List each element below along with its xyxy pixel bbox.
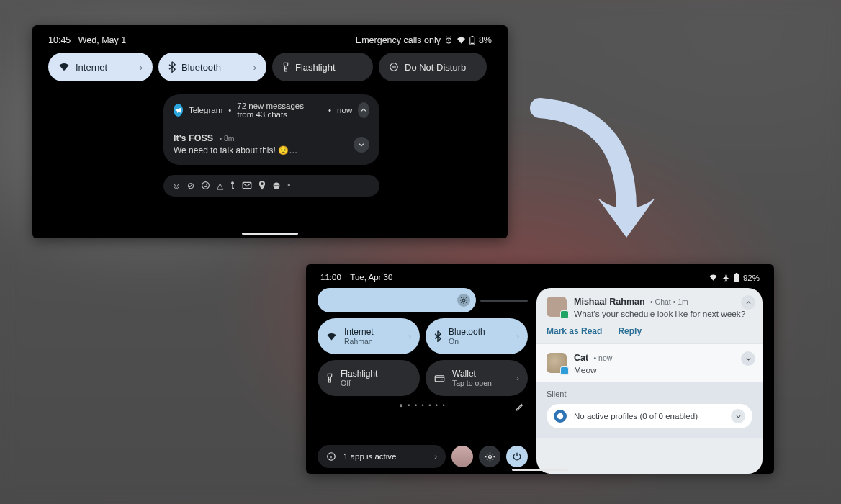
app-icon: ☺ (172, 181, 181, 191)
whatsapp-icon (201, 181, 210, 190)
wallet-icon (434, 374, 445, 383)
svg-rect-13 (736, 273, 738, 274)
chevron-right-icon: › (253, 62, 256, 73)
notification-body: It's FOSS • 8m We need to talk about thi… (174, 132, 297, 158)
notification-text: Meow (574, 365, 612, 375)
collapse-up-icon[interactable] (358, 102, 369, 118)
dnd-mini-icon (272, 181, 281, 190)
nav-handle[interactable] (512, 469, 568, 471)
avatar (547, 353, 567, 373)
tile-wallet[interactable]: Wallet Tap to open › (426, 360, 528, 396)
chip-label: Do Not Disturb (405, 62, 466, 73)
battery-icon (469, 36, 475, 45)
group-summary: 72 new messages from 43 chats (237, 102, 323, 119)
svg-point-14 (462, 299, 465, 302)
tile-internet[interactable]: Internet Rahman › (318, 318, 420, 354)
notification-text: What's your schedule look like for next … (574, 309, 745, 319)
notification-group-header: Telegram • 72 new messages from 43 chats… (174, 102, 369, 119)
status-bar: 11:00 Tue, Apr 30 92% (318, 273, 763, 288)
chevron-right-icon: › (140, 62, 143, 73)
notification-title: Cat (574, 353, 588, 363)
svg-rect-9 (243, 183, 251, 189)
chat-badge-icon (560, 310, 569, 319)
bottom-row: 1 app is active › (318, 445, 528, 474)
collapse-up-icon[interactable] (741, 295, 755, 310)
silent-label: Silent (547, 390, 752, 398)
brightness-icon (457, 294, 470, 307)
user-avatar[interactable] (451, 446, 473, 467)
nav-handle[interactable] (242, 233, 298, 235)
chevron-right-icon: › (408, 332, 411, 341)
chat-badge-icon (560, 366, 569, 375)
telegram-icon (174, 104, 183, 117)
brightness-slider[interactable] (318, 288, 528, 312)
notification-meta: • Chat • 1m (650, 297, 688, 306)
status-time: 11:00 (320, 273, 341, 282)
power-button[interactable] (506, 446, 528, 467)
notification-text: We need to talk about this! 😟… (174, 145, 297, 157)
tile-label: Internet (344, 327, 374, 337)
tile-bluetooth[interactable]: Bluetooth On › (426, 318, 528, 354)
tile-flashlight[interactable]: Flashlight Off (318, 360, 420, 396)
status-bar: 10:45 Wed, May 1 Emergency calls only 8% (48, 34, 492, 53)
svg-rect-15 (435, 375, 444, 381)
svg-rect-2 (472, 36, 474, 37)
battery-percent: 92% (743, 274, 760, 282)
quick-settings-chips: Internet › Bluetooth › Flashlight Do Not… (48, 53, 492, 81)
more-dot: • (287, 181, 290, 191)
transition-arrow (518, 94, 662, 266)
profiles-text: No active profiles (0 of 0 enabled) (574, 412, 698, 420)
notification-time: • 8m (219, 134, 234, 143)
chip-label: Internet (76, 62, 107, 73)
group-when: now (337, 106, 352, 114)
location-icon (258, 181, 266, 190)
warning-icon: △ (217, 181, 223, 191)
svg-point-5 (202, 182, 210, 189)
battery-icon (734, 273, 739, 282)
chip-internet[interactable]: Internet › (48, 53, 153, 81)
chevron-right-icon: › (516, 374, 519, 382)
wifi-icon (326, 332, 337, 341)
expand-down-icon[interactable] (741, 351, 755, 366)
battery-percent: 8% (479, 35, 492, 45)
avatar (547, 297, 567, 317)
notification-item[interactable]: Mishaal Rahman • Chat • 1m What's your s… (536, 288, 763, 343)
chip-label: Flashlight (295, 62, 336, 73)
notification-item[interactable]: Cat • now Meow (536, 343, 763, 382)
expand-down-icon[interactable] (731, 409, 745, 423)
mark-read-button[interactable]: Mark as Read (547, 326, 602, 336)
notification-item[interactable]: It's FOSS • 8m We need to talk about thi… (174, 132, 369, 158)
edit-icon[interactable] (515, 402, 525, 412)
status-right: 92% (709, 273, 760, 282)
tile-label: Flashlight (341, 369, 377, 379)
notification-title: It's FOSS (174, 133, 213, 143)
tile-sub: On (449, 337, 485, 346)
active-apps-pill[interactable]: 1 app is active › (318, 445, 446, 468)
chip-bluetooth[interactable]: Bluetooth › (158, 53, 266, 81)
group-app: Telegram (189, 106, 222, 114)
chevron-right-icon: › (434, 452, 437, 461)
notification-actions: Mark as Read Reply (547, 326, 752, 336)
quick-settings-panel-new: 11:00 Tue, Apr 30 92% (306, 264, 774, 474)
tile-sub: Tap to open (452, 379, 492, 388)
status-left: 10:45 Wed, May 1 (48, 35, 126, 45)
gmail-icon (242, 181, 252, 189)
brightness-fill (318, 288, 476, 312)
settings-button[interactable] (479, 446, 500, 467)
sep: • (328, 106, 331, 114)
wifi-icon (58, 62, 70, 72)
chip-dnd[interactable]: Do Not Disturb (379, 53, 487, 81)
notification-icon-row[interactable]: ☺ ⊘ △ • (163, 175, 379, 197)
reply-button[interactable]: Reply (618, 326, 642, 336)
notification-title: Mishaal Rahman (574, 297, 645, 307)
alarm-icon (444, 36, 453, 45)
expand-down-icon[interactable] (354, 137, 369, 153)
chip-flashlight[interactable]: Flashlight (272, 53, 373, 81)
profiles-item[interactable]: No active profiles (0 of 0 enabled) (547, 404, 752, 428)
svg-rect-12 (734, 274, 739, 282)
flashlight-icon (326, 373, 333, 384)
active-apps-label: 1 app is active (343, 452, 397, 461)
tile-sub: Rahman (344, 337, 374, 346)
svg-rect-11 (274, 185, 279, 186)
notification-group[interactable]: Telegram • 72 new messages from 43 chats… (163, 94, 379, 165)
